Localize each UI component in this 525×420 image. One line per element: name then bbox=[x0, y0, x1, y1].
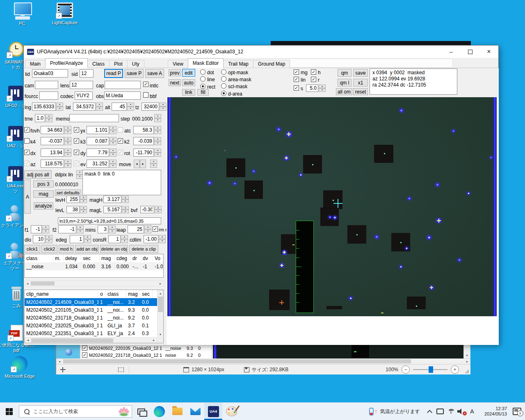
zoom-slider-thumb[interactable] bbox=[429, 366, 433, 373]
lens-input[interactable] bbox=[70, 81, 93, 89]
k3-checkbox[interactable] bbox=[74, 138, 79, 144]
read-p-button[interactable]: read P bbox=[104, 69, 123, 78]
clip-row[interactable]: M20240502_220105_Osaka03_121__noi...9.30… bbox=[25, 306, 163, 314]
tab-uty[interactable]: Uty bbox=[127, 60, 144, 68]
object-table-hscrollbar[interactable]: ◂ ▸ bbox=[24, 281, 164, 286]
clip-checkbox[interactable] bbox=[82, 352, 87, 358]
tab-ground-map[interactable]: Ground Map bbox=[253, 60, 290, 68]
s-checkbox[interactable] bbox=[294, 85, 299, 91]
magl-spinner[interactable]: ▴▾ bbox=[122, 206, 129, 213]
k2-checkbox[interactable] bbox=[118, 138, 123, 144]
ev-input[interactable] bbox=[87, 160, 109, 168]
scroll-thumb[interactable] bbox=[158, 297, 163, 312]
k2-input[interactable] bbox=[133, 137, 154, 145]
tz-spinner[interactable]: ▴▾ bbox=[160, 103, 167, 111]
k4-spinner[interactable]: ▴▾ bbox=[64, 137, 71, 145]
link-button[interactable]: link bbox=[182, 89, 195, 96]
x1-button[interactable]: x1 bbox=[353, 79, 368, 87]
k4-checkbox[interactable] bbox=[24, 138, 30, 144]
bgwindow-hscrollbar[interactable]: ◂ ▸ bbox=[56, 358, 470, 364]
tab-trail-map[interactable]: Trail Map bbox=[223, 60, 253, 68]
edit-button[interactable]: edit bbox=[182, 69, 195, 77]
ua4-taskbar-icon[interactable]: UA4 bbox=[204, 403, 222, 420]
bvf-input[interactable] bbox=[140, 206, 154, 213]
all-om-button[interactable]: all om bbox=[336, 88, 352, 95]
r-checkbox[interactable] bbox=[311, 77, 316, 82]
paint-taskbar-icon[interactable] bbox=[222, 403, 240, 420]
yx-input[interactable] bbox=[87, 126, 109, 134]
mag-formula-input[interactable] bbox=[58, 217, 161, 224]
close-button[interactable]: × bbox=[479, 46, 498, 58]
pos3-button[interactable]: pos 3 bbox=[33, 180, 54, 187]
consr-spinner[interactable]: ▴▾ bbox=[121, 235, 128, 243]
lng-input[interactable] bbox=[32, 103, 56, 111]
lng-spinner[interactable]: ▴▾ bbox=[56, 103, 63, 111]
levl-spinner[interactable]: ▴▾ bbox=[80, 206, 87, 213]
reset-button[interactable]: reset bbox=[353, 88, 368, 95]
magh-input[interactable] bbox=[103, 196, 121, 203]
next-button[interactable]: next bbox=[169, 79, 181, 86]
column-header[interactable]: m. bbox=[53, 254, 64, 262]
mod-h-button[interactable]: mod h bbox=[59, 245, 74, 253]
az-input[interactable] bbox=[41, 160, 64, 168]
clip-row[interactable]: M20240502_232351_Osaka03_121ELY_ja2.40.3 bbox=[25, 329, 163, 337]
column-header[interactable]: o bbox=[98, 290, 106, 298]
dy-checkbox[interactable] bbox=[74, 150, 79, 155]
leap-spinner[interactable]: ▴▾ bbox=[144, 225, 151, 233]
sid-input[interactable] bbox=[80, 69, 94, 78]
set-defaults-button[interactable]: set defaults bbox=[55, 189, 81, 196]
adj-pos-all-button[interactable]: adj pos all bbox=[24, 170, 52, 179]
s-value-input[interactable] bbox=[306, 84, 318, 92]
save-button[interactable]: save bbox=[353, 69, 368, 77]
magl-input[interactable] bbox=[103, 206, 121, 213]
column-header[interactable]: class bbox=[25, 254, 53, 262]
fill-button[interactable]: fill bbox=[197, 89, 209, 96]
tray-weather[interactable]: ↑ 気温が上がります bbox=[365, 408, 424, 415]
f1-spinner[interactable]: ▴▾ bbox=[42, 225, 49, 233]
save-a-button[interactable]: save A bbox=[145, 69, 164, 78]
yx-spinner[interactable]: ▴▾ bbox=[110, 126, 116, 134]
scroll-down-arrow[interactable]: ▾ bbox=[158, 331, 163, 337]
ev-checkbox[interactable] bbox=[74, 161, 79, 166]
magh-spinner[interactable]: ▴▾ bbox=[122, 196, 129, 203]
scroll-thumb[interactable] bbox=[31, 338, 113, 342]
lin-checkbox[interactable] bbox=[294, 77, 299, 82]
dlo-input[interactable] bbox=[33, 235, 45, 243]
start-button[interactable] bbox=[0, 403, 18, 420]
radio-d-area[interactable] bbox=[221, 91, 226, 96]
radio-line[interactable] bbox=[200, 76, 205, 82]
radio-scl-mask[interactable] bbox=[221, 83, 226, 89]
notification-icon[interactable]: 1 bbox=[509, 403, 525, 420]
scroll-thumb[interactable] bbox=[31, 281, 55, 285]
obs-input[interactable] bbox=[104, 91, 141, 100]
fovh-checkbox[interactable] bbox=[24, 127, 30, 132]
dlo-spinner[interactable]: ▴▾ bbox=[46, 235, 52, 243]
move-right-button[interactable]: ▸ bbox=[140, 160, 146, 168]
levh-spinner[interactable]: ▴▾ bbox=[80, 196, 87, 203]
tab-plot[interactable]: Plot bbox=[109, 60, 128, 68]
clip-table[interactable]: clip_nameoclassmagsecM20240502_214509_Os… bbox=[24, 290, 164, 343]
zoom-out-button[interactable]: − bbox=[402, 365, 410, 374]
tray-clock[interactable]: 12:37 2024/05/13 bbox=[477, 406, 509, 417]
cdlim-spinner[interactable]: ▴▾ bbox=[159, 235, 166, 243]
move-spinner[interactable]: ▴▾ bbox=[150, 160, 157, 168]
move-left-button[interactable]: ◂ bbox=[134, 160, 140, 168]
alt-input[interactable] bbox=[112, 103, 127, 111]
edeg-input[interactable] bbox=[70, 235, 84, 243]
lat-spinner[interactable]: ▴▾ bbox=[96, 103, 103, 111]
mg-checkbox[interactable] bbox=[294, 69, 299, 75]
scroll-right-arrow[interactable]: ▸ bbox=[151, 338, 157, 343]
maximize-button[interactable] bbox=[461, 46, 479, 58]
column-header[interactable]: sec bbox=[140, 290, 153, 298]
explorer-taskbar-icon[interactable] bbox=[168, 403, 186, 420]
k3-spinner[interactable]: ▴▾ bbox=[110, 137, 116, 145]
lat-input[interactable] bbox=[73, 103, 96, 111]
clip-row[interactable]: M20240502_232025_Osaka03_121GLI_ja3.70.1 bbox=[25, 322, 163, 329]
dx-checkbox[interactable] bbox=[24, 150, 30, 155]
column-header[interactable]: class bbox=[106, 290, 126, 298]
clip-checkbox[interactable] bbox=[82, 345, 87, 351]
fourcc-input[interactable] bbox=[39, 91, 58, 100]
click2-button[interactable]: click2 bbox=[41, 245, 57, 253]
az-checkbox[interactable] bbox=[24, 161, 30, 166]
f1-input[interactable] bbox=[31, 225, 42, 233]
